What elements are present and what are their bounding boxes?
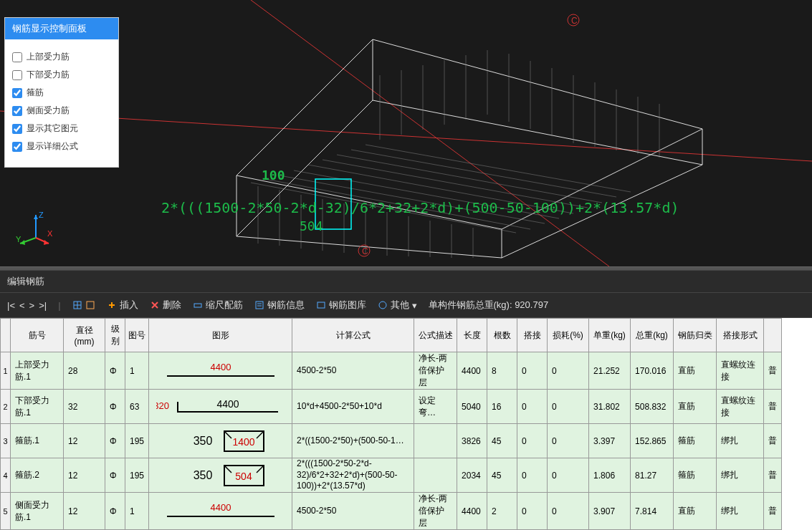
cell-level[interactable]: Φ	[105, 390, 125, 424]
cell-len[interactable]: 4400	[457, 493, 487, 530]
column-header[interactable]: 公式描述	[414, 319, 457, 352]
visibility-checkbox[interactable]: 显示详细公式	[12, 138, 111, 155]
cell-fig[interactable]: 195	[125, 424, 149, 458]
cell-cat[interactable]: 直筋	[674, 390, 717, 424]
checkbox-input[interactable]	[12, 70, 22, 80]
column-header[interactable]: 单重(kg)	[589, 319, 631, 352]
cell-desc[interactable]: 设定弯…	[414, 390, 457, 424]
cell-conn[interactable]: 直螺纹连接	[717, 352, 764, 390]
cell-level[interactable]: Φ	[105, 493, 125, 530]
cell-rownum[interactable]: 5	[1, 493, 11, 530]
cell-count[interactable]: 16	[487, 390, 517, 424]
info-button[interactable]: 钢筋信息	[254, 299, 305, 312]
cell-count[interactable]: 2	[487, 493, 517, 530]
cell-name[interactable]: 箍筋.2	[11, 458, 64, 493]
cell-lap[interactable]: 0	[517, 424, 548, 458]
table-row[interactable]: 4箍筋.212Φ1953505042*(((1500-2*50-2*d-32)/…	[1, 458, 782, 493]
cell-shape[interactable]: 4400	[149, 493, 292, 530]
library-button[interactable]: 钢筋图库	[316, 299, 366, 312]
column-header[interactable]: 根数	[487, 319, 517, 352]
cell-last[interactable]: 普	[764, 352, 782, 390]
visibility-checkbox[interactable]: 上部受力筋	[12, 48, 111, 66]
cell-fig[interactable]: 195	[125, 458, 149, 493]
cell-rownum[interactable]: 3	[1, 424, 11, 458]
rebar-grid[interactable]: 筋号直径(mm)级别图号图形计算公式公式描述长度根数搭接损耗(%)单重(kg)总…	[0, 318, 812, 530]
cell-name[interactable]: 上部受力筋.1	[11, 352, 64, 390]
cell-count[interactable]: 45	[487, 458, 517, 493]
cell-level[interactable]: Φ	[105, 424, 125, 458]
column-header[interactable]: 总重(kg)	[631, 319, 674, 352]
column-header[interactable]	[764, 319, 782, 352]
cell-shape[interactable]: 350504	[149, 458, 292, 493]
checkbox-input[interactable]	[12, 106, 22, 116]
cell-fig[interactable]: 1	[125, 352, 149, 390]
cell-calc[interactable]: 2*((1500-2*50)+(500-50-1…	[292, 424, 414, 458]
column-header[interactable]: 搭接形式	[717, 319, 764, 352]
column-header[interactable]: 钢筋归类	[674, 319, 717, 352]
nav-first[interactable]: |<	[7, 300, 15, 311]
column-header[interactable]: 损耗(%)	[548, 319, 589, 352]
cell-len[interactable]: 4400	[457, 352, 487, 390]
cell-last[interactable]: 普	[764, 390, 782, 424]
cell-uw[interactable]: 31.802	[589, 390, 631, 424]
cell-tw[interactable]: 7.814	[631, 493, 674, 530]
cell-desc[interactable]	[414, 424, 457, 458]
cell-diam[interactable]: 12	[64, 493, 105, 530]
cell-rownum[interactable]: 4	[1, 458, 11, 493]
cell-lap[interactable]: 0	[517, 352, 548, 390]
checkbox-input[interactable]	[12, 142, 22, 152]
axis-gizmo[interactable]: Z Y X	[14, 209, 57, 252]
checkbox-input[interactable]	[12, 124, 22, 134]
cell-calc[interactable]: 4500-2*50	[292, 493, 414, 530]
scale-button[interactable]: 缩尺配筋	[193, 299, 243, 312]
checkbox-input[interactable]	[12, 52, 22, 62]
cell-conn[interactable]: 绑扎	[717, 424, 764, 458]
visibility-checkbox[interactable]: 下部受力筋	[12, 66, 111, 84]
cell-loss[interactable]: 0	[548, 352, 589, 390]
cell-uw[interactable]: 1.806	[589, 458, 631, 493]
visibility-checkbox[interactable]: 显示其它图元	[12, 120, 111, 138]
cell-shape[interactable]: 3501400	[149, 424, 292, 458]
nav-last[interactable]: >|	[39, 300, 47, 311]
icon-group[interactable]	[72, 300, 95, 310]
visibility-checkbox[interactable]: 箍筋	[12, 84, 111, 102]
cell-last[interactable]: 普	[764, 493, 782, 530]
column-header[interactable]: 长度	[457, 319, 487, 352]
cell-tw[interactable]: 508.832	[631, 390, 674, 424]
cell-calc[interactable]: 10*d+4500-2*50+10*d	[292, 390, 414, 424]
cell-uw[interactable]: 3.907	[589, 493, 631, 530]
cell-cat[interactable]: 箍筋	[674, 458, 717, 493]
cell-loss[interactable]: 0	[548, 390, 589, 424]
visibility-checkbox[interactable]: 侧面受力筋	[12, 102, 111, 120]
cell-conn[interactable]: 绑扎	[717, 458, 764, 493]
cell-tw[interactable]: 170.016	[631, 352, 674, 390]
other-button[interactable]: 其他 ▾	[378, 299, 417, 312]
viewport-3d[interactable]: C C 100 2*(((1500-2*50-2*d-32)/6*2+32+2*…	[0, 0, 812, 266]
cell-desc[interactable]	[414, 458, 457, 493]
cell-rownum[interactable]: 2	[1, 390, 11, 424]
cell-diam[interactable]: 12	[64, 458, 105, 493]
column-header[interactable]: 计算公式	[292, 319, 414, 352]
column-header[interactable]: 搭接	[517, 319, 548, 352]
table-row[interactable]: 5侧面受力筋.112Φ144004500-2*50净长-两倍保护层4400200…	[1, 493, 782, 530]
column-header[interactable]: 图号	[125, 319, 149, 352]
cell-lap[interactable]: 0	[517, 390, 548, 424]
cell-diam[interactable]: 28	[64, 352, 105, 390]
cell-len[interactable]: 2034	[457, 458, 487, 493]
cell-cat[interactable]: 直筋	[674, 493, 717, 530]
cell-len[interactable]: 5040	[457, 390, 487, 424]
cell-desc[interactable]: 净长-两倍保护层	[414, 352, 457, 390]
cell-shape[interactable]: 4400	[149, 352, 292, 390]
cell-calc[interactable]: 2*(((1500-2*50-2*d-32)/6*2+32+2*d)+(500-…	[292, 458, 414, 493]
cell-level[interactable]: Φ	[105, 352, 125, 390]
cell-count[interactable]: 8	[487, 352, 517, 390]
table-row[interactable]: 3箍筋.112Φ19535014002*((1500-2*50)+(500-50…	[1, 424, 782, 458]
cell-conn[interactable]: 直螺纹连接	[717, 390, 764, 424]
cell-cat[interactable]: 直筋	[674, 352, 717, 390]
cell-loss[interactable]: 0	[548, 493, 589, 530]
column-header[interactable]: 直径(mm)	[64, 319, 105, 352]
cell-name[interactable]: 下部受力筋.1	[11, 390, 64, 424]
cell-name[interactable]: 箍筋.1	[11, 424, 64, 458]
cell-conn[interactable]: 绑扎	[717, 493, 764, 530]
cell-uw[interactable]: 3.397	[589, 424, 631, 458]
